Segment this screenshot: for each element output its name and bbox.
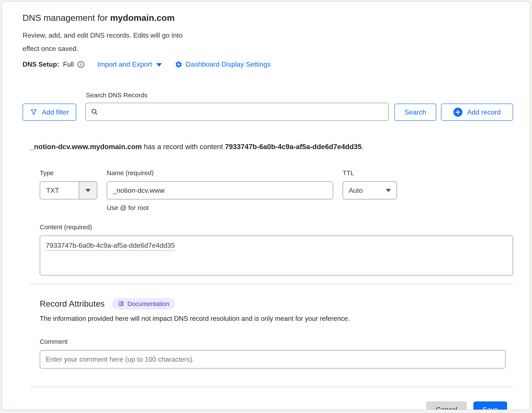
ttl-label: TTL xyxy=(343,169,397,177)
comment-field-group: Comment xyxy=(40,338,513,369)
search-field-group: Search DNS Records xyxy=(86,91,389,121)
footer-divider xyxy=(30,387,513,387)
search-button-label: Search xyxy=(404,108,426,116)
type-field-group: Type TXT xyxy=(40,169,97,211)
name-label: Name (required) xyxy=(107,169,333,177)
form-actions: Cancel Save xyxy=(40,401,507,410)
save-button-label: Save xyxy=(482,406,498,410)
record-attributes-header: Record Attributes Documentation xyxy=(40,298,513,310)
type-label: Type xyxy=(40,169,97,177)
search-input[interactable] xyxy=(102,103,384,120)
plus-icon xyxy=(453,108,462,117)
search-label: Search DNS Records xyxy=(86,91,389,99)
page-title-prefix: DNS management for xyxy=(23,13,110,23)
add-filter-label: Add filter xyxy=(42,108,69,116)
import-export-link[interactable]: Import and Export xyxy=(97,60,162,68)
ttl-select-value: Auto xyxy=(349,187,363,195)
page-title: DNS management for mydomain.com xyxy=(23,13,513,23)
record-message-name: _notion-dcv.www.mydomain.com xyxy=(30,143,142,151)
search-row: Add filter Search DNS Records Search xyxy=(23,91,513,121)
dns-setup-value: Full xyxy=(63,61,74,68)
filter-icon xyxy=(30,108,38,116)
book-icon xyxy=(118,300,124,307)
type-select-arrow-zone xyxy=(79,182,97,199)
save-button[interactable]: Save xyxy=(473,401,507,410)
content-label: Content (required) xyxy=(40,224,513,231)
content-textarea[interactable]: 7933747b-6a0b-4c9a-af5a-dde6d7e4dd35 xyxy=(40,236,513,275)
cancel-button[interactable]: Cancel xyxy=(426,401,467,410)
comment-input[interactable] xyxy=(40,350,506,369)
type-select[interactable]: TXT xyxy=(40,181,97,199)
dashboard-display-settings-link[interactable]: Dashboard Display Settings xyxy=(175,60,271,68)
section-divider xyxy=(30,284,513,284)
ttl-field-group: TTL Auto xyxy=(343,169,397,211)
import-export-label: Import and Export xyxy=(97,60,152,68)
dns-setup-row: DNS Setup: Full Import and Export xyxy=(23,60,513,68)
record-message: _notion-dcv.www.mydomain.com has a recor… xyxy=(30,143,513,151)
dns-setup-label: DNS Setup: xyxy=(23,61,59,68)
record-message-suffix: . xyxy=(361,143,363,151)
type-select-value: TXT xyxy=(40,187,79,195)
record-form-row: Type TXT Name (required) Use @ for root … xyxy=(40,169,513,211)
comment-label: Comment xyxy=(40,338,513,345)
name-hint: Use @ for root xyxy=(107,204,333,211)
dashboard-display-settings-label: Dashboard Display Settings xyxy=(186,60,271,68)
record-message-middle: has a record with content xyxy=(142,143,225,151)
record-message-content: 7933747b-6a0b-4c9a-af5a-dde6d7e4dd35 xyxy=(225,143,362,151)
chevron-down-icon xyxy=(86,189,91,192)
documentation-label: Documentation xyxy=(128,300,169,307)
page-subtitle: Review, add, and edit DNS records. Edits… xyxy=(23,29,194,55)
name-field-group: Name (required) Use @ for root xyxy=(107,169,333,211)
add-record-label: Add record xyxy=(467,108,501,116)
page-title-domain: mydomain.com xyxy=(110,13,175,23)
name-input[interactable] xyxy=(107,181,333,199)
dns-management-card: DNS management for mydomain.com Review, … xyxy=(2,1,530,410)
content-field-group: Content (required) 7933747b-6a0b-4c9a-af… xyxy=(40,224,513,275)
search-icon xyxy=(91,108,98,116)
chevron-down-icon xyxy=(156,63,162,67)
record-attributes-title: Record Attributes xyxy=(40,299,105,309)
search-button[interactable]: Search xyxy=(394,104,436,121)
add-filter-button[interactable]: Add filter xyxy=(23,104,76,121)
info-icon[interactable] xyxy=(77,61,85,68)
chevron-down-icon xyxy=(386,189,391,192)
content-value: 7933747b-6a0b-4c9a-af5a-dde6d7e4dd35 xyxy=(46,242,175,249)
add-record-button[interactable]: Add record xyxy=(441,104,513,121)
record-form: Type TXT Name (required) Use @ for root … xyxy=(40,169,513,410)
search-box xyxy=(86,103,389,121)
record-attributes-info: The information provided here will not i… xyxy=(40,315,513,323)
cancel-button-label: Cancel xyxy=(436,406,457,410)
ttl-select[interactable]: Auto xyxy=(343,181,397,199)
gear-icon xyxy=(175,61,182,68)
documentation-link[interactable]: Documentation xyxy=(112,298,175,310)
